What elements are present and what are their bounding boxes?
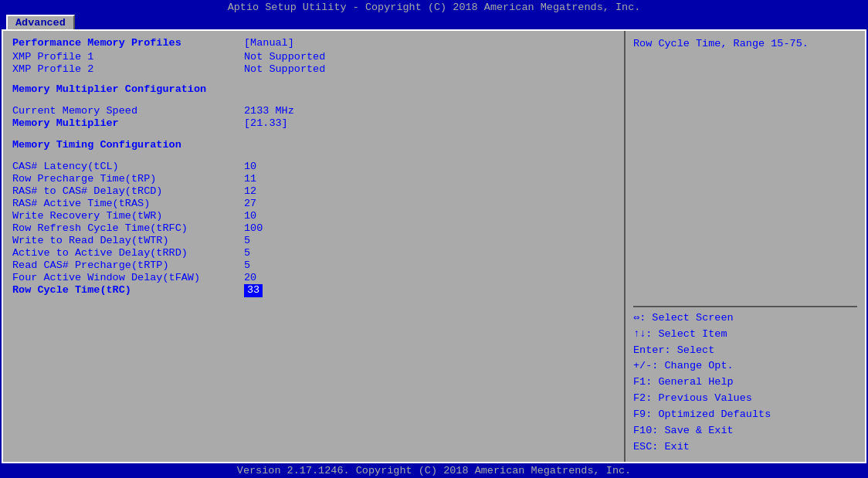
timing-value-6: 5 — [244, 235, 250, 246]
current-mem-speed-value: 2133 MHz — [244, 105, 294, 117]
key-help-item-4: F1: General Help — [633, 375, 857, 391]
mem-multiplier-value: [21.33] — [244, 117, 288, 131]
timing-value-1: 11 — [244, 173, 256, 185]
timing-row-6[interactable]: Write to Read Delay(tWTR)5 — [12, 235, 615, 246]
key-help-item-5: F2: Previous Values — [633, 391, 857, 407]
timing-row-3[interactable]: RAS# Active Time(tRAS)27 — [12, 198, 615, 209]
timing-row-1[interactable]: Row Precharge Time(tRP)11 — [12, 173, 615, 185]
timing-label-8: Read CAS# Precharge(tRTP) — [12, 259, 244, 271]
tab-bar: Advanced — [0, 15, 868, 29]
timing-row-9[interactable]: Four Active Window Delay(tFAW)20 — [12, 272, 615, 283]
key-help-item-1: ↑↓: Select Item — [633, 327, 857, 343]
timing-label-6: Write to Read Delay(tWTR) — [12, 235, 244, 246]
current-mem-speed-label: Current Memory Speed — [12, 105, 244, 117]
bottom-bar: Version 2.17.1246. Copyright (C) 2018 Am… — [0, 463, 868, 478]
xmp2-label: XMP Profile 2 — [12, 63, 244, 75]
xmp1-row[interactable]: XMP Profile 1 Not Supported — [12, 51, 615, 63]
perf-profiles-row[interactable]: Performance Memory Profiles [Manual] — [12, 37, 615, 50]
timing-value-0: 10 — [244, 161, 256, 172]
timing-label-0: CAS# Latency(tCL) — [12, 161, 244, 172]
timing-value-10: 33 — [244, 284, 263, 297]
mem-multiplier-row[interactable]: Memory Multiplier [21.33] — [12, 117, 615, 131]
xmp1-value: Not Supported — [244, 51, 325, 63]
timing-value-2: 12 — [244, 185, 256, 197]
timing-label-1: Row Precharge Time(tRP) — [12, 173, 244, 185]
timing-label-4: Write Recovery Time(tWR) — [12, 210, 244, 222]
divider — [633, 306, 857, 307]
timing-label-7: Active to Active Delay(tRRD) — [12, 247, 244, 259]
timing-row-7[interactable]: Active to Active Delay(tRRD)5 — [12, 247, 615, 259]
key-help-item-2: Enter: Select — [633, 343, 857, 359]
timing-rows: CAS# Latency(tCL)10Row Precharge Time(tR… — [12, 161, 615, 297]
mem-multiplier-label: Memory Multiplier — [12, 117, 244, 129]
tab-advanced[interactable]: Advanced — [6, 15, 75, 29]
timing-label-3: RAS# Active Time(tRAS) — [12, 198, 244, 209]
mem-mult-config-header: Memory Multiplier Configuration — [12, 83, 206, 95]
timing-row-2[interactable]: RAS# to CAS# Delay(tRCD)12 — [12, 185, 615, 197]
key-help: ⇔: Select Screen↑↓: Select ItemEnter: Se… — [633, 310, 857, 456]
key-help-item-7: F10: Save & Exit — [633, 423, 857, 439]
key-help-item-0: ⇔: Select Screen — [633, 310, 857, 327]
xmp1-label: XMP Profile 1 — [12, 51, 244, 63]
xmp2-row[interactable]: XMP Profile 2 Not Supported — [12, 63, 615, 75]
timing-row-5[interactable]: Row Refresh Cycle Time(tRFC)100 — [12, 222, 615, 234]
mem-mult-config-header-row: Memory Multiplier Configuration — [12, 83, 615, 97]
timing-row-8[interactable]: Read CAS# Precharge(tRTP)5 — [12, 259, 615, 271]
timing-label-10: Row Cycle Time(tRC) — [12, 284, 244, 296]
left-panel: Performance Memory Profiles [Manual] XMP… — [3, 31, 626, 462]
perf-profiles-label: Performance Memory Profiles — [12, 37, 244, 49]
mem-timing-config-header-row: Memory Timing Configuration — [12, 139, 615, 152]
timing-value-9: 20 — [244, 272, 256, 283]
version-text: Version 2.17.1246. Copyright (C) 2018 Am… — [237, 465, 631, 476]
key-help-item-8: ESC: Exit — [633, 439, 857, 456]
key-help-item-3: +/-: Change Opt. — [633, 358, 857, 375]
timing-label-9: Four Active Window Delay(tFAW) — [12, 272, 244, 283]
timing-row-10[interactable]: Row Cycle Time(tRC)33 — [12, 284, 615, 297]
timing-row-4[interactable]: Write Recovery Time(tWR)10 — [12, 210, 615, 222]
timing-label-5: Row Refresh Cycle Time(tRFC) — [12, 222, 244, 234]
timing-row-0[interactable]: CAS# Latency(tCL)10 — [12, 161, 615, 172]
xmp2-value: Not Supported — [244, 63, 325, 75]
timing-value-5: 100 — [244, 222, 263, 234]
mem-timing-config-header: Memory Timing Configuration — [12, 139, 181, 151]
title-text: Aptio Setup Utility - Copyright (C) 2018… — [228, 2, 641, 13]
key-help-item-6: F9: Optimized Defaults — [633, 407, 857, 423]
timing-label-2: RAS# to CAS# Delay(tRCD) — [12, 185, 244, 197]
help-text: Row Cycle Time, Range 15-75. — [633, 37, 857, 303]
timing-value-4: 10 — [244, 210, 256, 222]
current-mem-speed-row[interactable]: Current Memory Speed 2133 MHz — [12, 105, 615, 117]
timing-value-8: 5 — [244, 259, 250, 271]
main-content: Performance Memory Profiles [Manual] XMP… — [2, 29, 866, 463]
timing-value-7: 5 — [244, 247, 250, 259]
timing-value-3: 27 — [244, 198, 256, 209]
perf-profiles-value: [Manual] — [244, 37, 294, 50]
title-bar: Aptio Setup Utility - Copyright (C) 2018… — [0, 0, 868, 15]
right-panel: Row Cycle Time, Range 15-75. ⇔: Select S… — [626, 31, 865, 462]
